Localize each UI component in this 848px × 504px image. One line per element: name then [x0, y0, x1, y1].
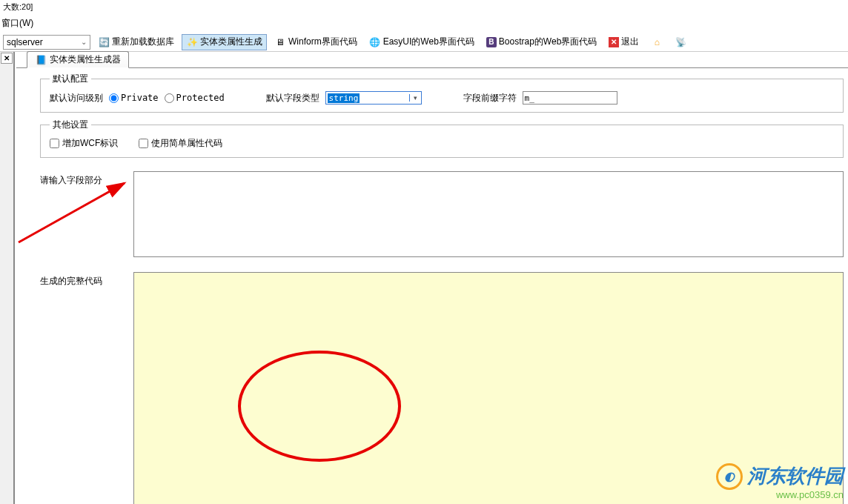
watermark-url: www.pc0359.cn — [716, 490, 844, 501]
menu-bar: 窗口(W) — [0, 14, 848, 33]
other-settings-group: 其他设置 增加WCF标识 使用简单属性代码 — [40, 119, 844, 158]
easyui-button[interactable]: 🌐 EasyUI的Web界面代码 — [365, 34, 479, 50]
bootstrap-button[interactable]: B Boostrap的Web界面代码 — [482, 34, 602, 50]
panel-close-button[interactable]: ✕ — [1, 53, 13, 64]
simple-prop-checkbox-label: 使用简单属性代码 — [151, 137, 222, 150]
wcf-checkbox[interactable]: 增加WCF标识 — [50, 137, 118, 150]
input-area-row: 请输入字段部分 — [40, 171, 844, 257]
simple-prop-checkbox[interactable]: 使用简单属性代码 — [139, 137, 222, 150]
menu-window[interactable]: 窗口(W) — [1, 18, 33, 28]
tab-entity-generator[interactable]: 📘 实体类属性生成器 — [27, 51, 129, 68]
field-type-value: string — [328, 93, 360, 103]
watermark: ◐ 河东软件园 www.pc0359.cn — [716, 463, 844, 501]
title-fragment: 大数:20] — [0, 0, 848, 14]
wcf-checkbox-input[interactable] — [50, 139, 59, 148]
radio-private[interactable]: Private — [109, 93, 159, 103]
wand-icon: ✨ — [186, 36, 198, 48]
watermark-logo-icon: ◐ — [716, 463, 743, 490]
output-area-label: 生成的完整代码 — [40, 272, 133, 504]
radio-private-input[interactable] — [109, 93, 119, 103]
default-config-group: 默认配置 默认访问级别 Private Protected 默认字段类型 str… — [40, 73, 844, 113]
bootstrap-label: Boostrap的Web界面代码 — [499, 36, 597, 48]
prefix-input[interactable] — [523, 91, 617, 105]
chevron-down-icon: ⌄ — [81, 38, 90, 46]
winform-button[interactable]: 🖥 Winform界面代码 — [270, 34, 362, 50]
toolbar: sqlserver ⌄ 🔄 重新加载数据库 ✨ 实体类属性生成 🖥 Winfor… — [0, 33, 848, 52]
exit-label: 退出 — [621, 36, 639, 48]
db-type-value: sqlserver — [7, 37, 43, 47]
radio-protected-input[interactable] — [165, 93, 174, 103]
wcf-checkbox-label: 增加WCF标识 — [62, 137, 118, 150]
bootstrap-icon: B — [486, 37, 497, 47]
home-icon: ⌂ — [651, 36, 663, 48]
tab-title: 实体类属性生成器 — [50, 53, 121, 66]
access-level-label: 默认访问级别 — [50, 92, 103, 105]
rss-button[interactable]: 📡 — [670, 34, 691, 50]
home-button[interactable]: ⌂ — [646, 34, 667, 50]
winform-label: Winform界面代码 — [288, 36, 357, 48]
tab-content: 默认配置 默认访问级别 Private Protected 默认字段类型 str… — [16, 68, 848, 504]
tab-strip: 📘 实体类属性生成器 — [16, 52, 848, 68]
db-type-select[interactable]: sqlserver ⌄ — [3, 35, 90, 50]
exit-button[interactable]: ✕ 退出 — [604, 34, 643, 50]
input-area-label: 请输入字段部分 — [40, 171, 133, 257]
field-type-label: 默认字段类型 — [266, 92, 319, 105]
exit-icon: ✕ — [609, 37, 619, 47]
reload-db-button[interactable]: 🔄 重新加载数据库 — [93, 34, 179, 50]
radio-protected-label: Protected — [176, 93, 225, 103]
reload-db-label: 重新加载数据库 — [112, 36, 174, 48]
annotation-ellipse — [238, 351, 401, 462]
globe-icon: 🌐 — [369, 36, 381, 48]
easyui-label: EasyUI的Web界面代码 — [383, 36, 474, 48]
entity-gen-label: 实体类属性生成 — [200, 36, 262, 48]
fields-input-textarea[interactable] — [133, 171, 844, 257]
other-settings-legend: 其他设置 — [50, 119, 91, 131]
tab-icon: 📘 — [35, 54, 47, 66]
radio-private-label: Private — [121, 93, 159, 103]
chevron-down-icon: ▾ — [409, 94, 421, 102]
radio-protected[interactable]: Protected — [165, 93, 225, 103]
simple-prop-checkbox-input[interactable] — [139, 139, 148, 148]
default-config-legend: 默认配置 — [50, 73, 91, 85]
side-panel: ✕ — [0, 52, 15, 504]
form-icon: 🖥 — [274, 36, 286, 48]
rss-icon: 📡 — [675, 36, 686, 48]
entity-gen-button[interactable]: ✨ 实体类属性生成 — [182, 34, 267, 50]
main-area: 📘 实体类属性生成器 默认配置 默认访问级别 Private Protected… — [16, 52, 848, 504]
field-type-select[interactable]: string ▾ — [325, 91, 422, 105]
watermark-title: 河东软件园 — [747, 465, 844, 488]
refresh-icon: 🔄 — [98, 36, 110, 48]
prefix-label: 字段前缀字符 — [463, 92, 517, 105]
